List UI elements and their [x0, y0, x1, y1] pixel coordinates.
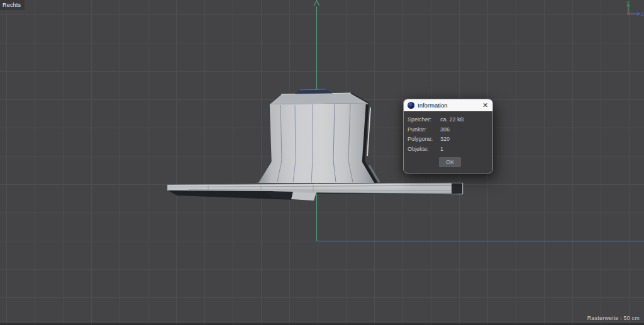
view-name-label[interactable]: Rechts: [0, 0, 25, 10]
info-row-polygone: Polygone: 320: [408, 136, 489, 142]
axis-gizmo: Y Z: [618, 0, 644, 23]
info-label: Objekte:: [408, 146, 440, 152]
dialog-titlebar[interactable]: Information ✕: [404, 99, 492, 111]
info-label: Polygone:: [408, 136, 440, 142]
grid-size-status: Rasterweite : 50 cm: [587, 315, 640, 321]
model-crown-body: [257, 103, 375, 183]
info-value: 320: [440, 136, 489, 142]
gizmo-z-label: Z: [641, 11, 644, 17]
info-label: Speicher:: [408, 116, 440, 123]
dialog-body: Speicher: ca. 22 kB Punkte: 306 Polygone…: [404, 111, 492, 173]
information-dialog: Information ✕ Speicher: ca. 22 kB Punkte…: [403, 99, 493, 174]
cinema4d-logo-icon: [408, 102, 414, 109]
info-row-speicher: Speicher: ca. 22 kB: [408, 116, 489, 123]
model-brim: [167, 183, 463, 201]
dialog-title: Information: [418, 102, 448, 109]
gizmo-y-label: Y: [626, 0, 630, 6]
info-label: Punkte:: [408, 126, 440, 133]
info-value: 306: [440, 126, 489, 133]
ok-button[interactable]: OK: [439, 157, 461, 167]
info-row-objekte: Objekte: 1: [408, 146, 489, 152]
info-row-punkte: Punkte: 306: [408, 126, 489, 133]
info-value: ca. 22 kB: [440, 116, 489, 123]
scene-canvas[interactable]: [0, 0, 644, 325]
gizmo-x-dot: [627, 13, 629, 14]
close-icon[interactable]: ✕: [482, 102, 488, 109]
viewport-3d[interactable]: Y Z Rechts Rasterweite : 50 cm Informati…: [0, 0, 644, 325]
info-value: 1: [440, 146, 489, 152]
